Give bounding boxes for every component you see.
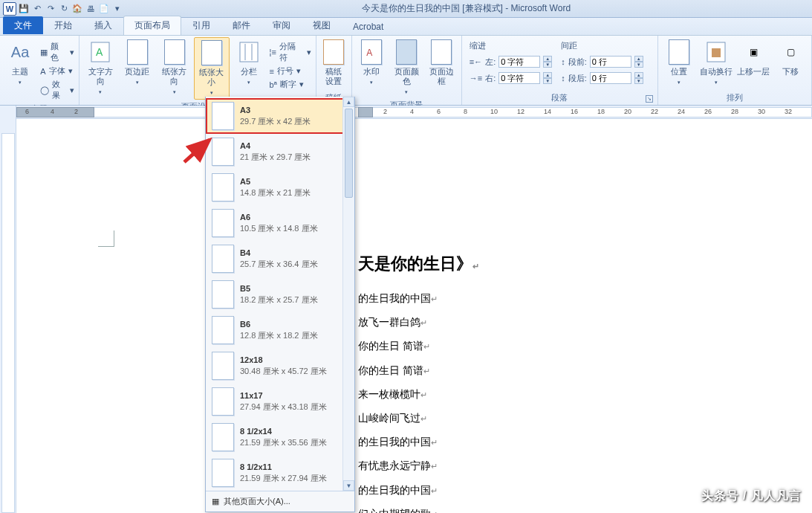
- size-option-b6[interactable]: B612.8 厘米 x 18.2 厘米: [206, 312, 354, 348]
- size-dim: 27.94 厘米 x 43.18 厘米: [240, 401, 327, 413]
- send-backward-button[interactable]: ▢下移: [773, 37, 808, 80]
- tab-insert[interactable]: 插入: [83, 16, 123, 35]
- scroll-down-icon[interactable]: ▼: [343, 480, 354, 491]
- size-dim: 12.8 厘米 x 18.2 厘米: [240, 330, 318, 341]
- spin-up[interactable]: ▲: [634, 72, 643, 78]
- tab-home[interactable]: 开始: [43, 16, 83, 35]
- size-name: A6: [240, 213, 318, 222]
- indent-right-input[interactable]: [498, 72, 540, 84]
- ribbon: Aa 主题 ▾ ▦颜色▾ A字体▾ ◯效果▾ 主题 A文字方向▾ 页边距▾ 纸张…: [0, 36, 812, 106]
- spacing-after-input[interactable]: [590, 72, 631, 84]
- size-option-812x14[interactable]: 8 1/2x1421.59 厘米 x 35.56 厘米: [206, 419, 354, 455]
- tab-file[interactable]: 文件: [3, 16, 43, 34]
- watermark-button[interactable]: A水印▾: [355, 37, 389, 88]
- size-option-a5[interactable]: A514.8 厘米 x 21 厘米: [206, 170, 354, 205]
- position-button[interactable]: 位置▾: [661, 37, 697, 88]
- size-dim: 29.7 厘米 x 42 厘米: [240, 116, 311, 127]
- tab-view[interactable]: 视图: [302, 16, 342, 35]
- indent-right-field[interactable]: →≡右:▲▼: [470, 72, 552, 84]
- themes-button[interactable]: Aa 主题 ▾: [3, 37, 37, 88]
- qat-more-icon[interactable]: ▾: [111, 3, 123, 15]
- indent-left-field[interactable]: ≡←左:▲▼: [470, 56, 552, 68]
- spin-up[interactable]: ▲: [543, 56, 552, 62]
- orientation-button[interactable]: 纸张方向▾: [157, 37, 192, 98]
- dropdown-scrollbar[interactable]: ▲ ▼: [342, 97, 354, 491]
- indent-left-input[interactable]: [498, 56, 540, 68]
- theme-colors[interactable]: ▦颜色▾: [39, 40, 76, 64]
- size-option-812x11[interactable]: 8 1/2x1121.59 厘米 x 27.94 厘米: [206, 455, 354, 491]
- size-option-b4[interactable]: B425.7 厘米 x 36.4 厘米: [206, 241, 354, 277]
- horizontal-ruler[interactable]: 6 4 2 2468101214161820222426283032: [16, 106, 812, 119]
- document-content[interactable]: 天是你的生日》↵ 的生日我的中国↵ 放飞一群白鸽↵ 你的生日 简谱↵ 你的生日 …: [358, 253, 479, 513]
- theme-fonts[interactable]: A字体▾: [39, 65, 76, 77]
- spin-down[interactable]: ▼: [543, 62, 552, 68]
- margins-button[interactable]: 页边距▾: [120, 37, 155, 88]
- undo-icon[interactable]: ↶: [31, 3, 43, 15]
- breaks-button[interactable]: ¦≡分隔符▾: [268, 40, 313, 64]
- tab-mail[interactable]: 邮件: [221, 16, 262, 35]
- para-dialog-launcher[interactable]: ↘: [646, 95, 653, 103]
- size-option-a6[interactable]: A610.5 厘米 x 14.8 厘米: [206, 205, 354, 241]
- new-doc-icon[interactable]: 📄: [98, 3, 110, 15]
- page-icon: [212, 173, 234, 201]
- scroll-thumb[interactable]: [345, 109, 353, 198]
- spin-up[interactable]: ▲: [543, 72, 552, 78]
- spin-down[interactable]: ▼: [634, 62, 643, 68]
- page-color-button[interactable]: 页面颜色▾: [390, 37, 423, 98]
- size-option-b5[interactable]: B518.2 厘米 x 25.7 厘米: [206, 277, 354, 312]
- tab-review[interactable]: 审阅: [262, 16, 302, 35]
- ruler-num: 8: [464, 108, 467, 115]
- size-option-11x17[interactable]: 11x1727.94 厘米 x 43.18 厘米: [206, 384, 354, 419]
- spin-down[interactable]: ▼: [543, 78, 552, 84]
- size-option-12x18[interactable]: 12x1830.48 厘米 x 45.72 厘米: [206, 348, 354, 384]
- page-icon: [212, 102, 234, 130]
- bring-forward-button[interactable]: ▣上移一层: [735, 37, 771, 80]
- margins-icon: [126, 40, 149, 64]
- size-dim: 25.7 厘米 x 36.4 厘米: [240, 259, 318, 270]
- size-name: A4: [240, 141, 311, 150]
- page-size-button[interactable]: 纸张大小▾: [194, 37, 230, 100]
- ruler-num: 32: [785, 108, 792, 115]
- line-numbers-button[interactable]: ≡行号▾: [268, 65, 313, 77]
- text-direction-button[interactable]: A文字方向▾: [82, 37, 118, 98]
- size-dim: 18.2 厘米 x 25.7 厘米: [240, 294, 318, 306]
- more-sizes-icon: ▦: [212, 497, 219, 506]
- refresh-icon[interactable]: ↻: [58, 3, 70, 15]
- print-icon[interactable]: 🖶: [85, 3, 97, 15]
- page-canvas[interactable]: 天是你的生日》↵ 的生日我的中国↵ 放飞一群白鸽↵ 你的生日 简谱↵ 你的生日 …: [16, 119, 812, 513]
- spin-down[interactable]: ▼: [634, 78, 643, 84]
- page-icon: [212, 352, 234, 380]
- spacing-before-field[interactable]: ↕段前:▲▼: [561, 56, 643, 68]
- spin-up[interactable]: ▲: [634, 56, 643, 62]
- position-icon: [667, 40, 691, 64]
- more-sizes-button[interactable]: ▦其他页面大小(A)...: [206, 491, 354, 512]
- page-icon: [212, 245, 234, 273]
- redo-icon[interactable]: ↷: [45, 3, 56, 15]
- wrap-button[interactable]: 自动换行▾: [698, 37, 734, 88]
- page-border-button[interactable]: 页面边框: [425, 37, 458, 89]
- palette-icon: ▦: [40, 48, 48, 57]
- size-option-a3[interactable]: A329.7 厘米 x 42 厘米: [206, 98, 354, 134]
- group-arrange: 位置▾ 自动换行▾ ▣上移一层 ▢下移 排列: [658, 36, 812, 105]
- tab-layout[interactable]: 页面布局: [123, 16, 181, 35]
- spacing-after-field[interactable]: ↕段后:▲▼: [561, 72, 643, 84]
- columns-button[interactable]: 分栏▾: [231, 37, 267, 88]
- scroll-up-icon[interactable]: ▲: [343, 97, 354, 107]
- tab-references[interactable]: 引用: [181, 16, 221, 35]
- size-list[interactable]: A329.7 厘米 x 42 厘米A421 厘米 x 29.7 厘米A514.8…: [206, 97, 354, 491]
- spacing-before-input[interactable]: [590, 56, 631, 68]
- word-icon[interactable]: W: [3, 2, 16, 16]
- vertical-ruler[interactable]: [0, 106, 16, 513]
- size-dim: 21.59 厘米 x 27.94 厘米: [240, 473, 327, 484]
- home-icon[interactable]: 🏠: [71, 3, 83, 15]
- tab-acrobat[interactable]: Acrobat: [342, 18, 394, 35]
- size-option-a4[interactable]: A421 厘米 x 29.7 厘米: [206, 134, 354, 170]
- indent-label: 缩进: [470, 40, 552, 51]
- theme-effects[interactable]: ◯效果▾: [39, 78, 76, 102]
- save-icon[interactable]: 💾: [18, 3, 30, 15]
- manuscript-button[interactable]: 稿纸 设置: [319, 37, 348, 89]
- ruler-num: 30: [758, 108, 765, 115]
- ruler-num: 16: [571, 108, 578, 115]
- hyphenation-button[interactable]: bª断字▾: [268, 78, 313, 91]
- group-label-para: 段落↘: [465, 91, 655, 105]
